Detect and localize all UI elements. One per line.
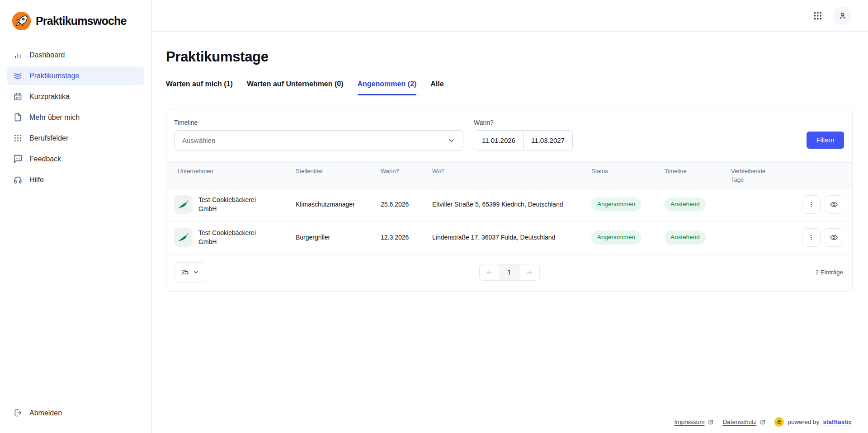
company-name: Test-Cookiebäckerei GmbH [198, 196, 258, 213]
current-page-indicator[interactable]: 1 [500, 264, 519, 280]
logout-button[interactable]: Abmelden [7, 404, 144, 422]
sidebar-item-label: Berufsfelder [29, 134, 68, 142]
date-to-input[interactable]: 11.03.2027 [524, 131, 572, 150]
user-menu-button[interactable] [833, 6, 852, 25]
column-header-status: Status [584, 163, 657, 188]
date-cell: 12.3.2026 [373, 221, 425, 254]
wann-label: Wann? [474, 119, 573, 126]
company-name: Test-Cookiebäckerei GmbH [198, 229, 258, 246]
job-title-cell: Klimaschutzmanager [288, 188, 373, 221]
impressum-link[interactable]: Impressum [675, 419, 714, 425]
logout-icon [13, 408, 23, 418]
timeline-badge: Anstehend [665, 198, 706, 212]
bar-chart-icon [13, 50, 23, 60]
next-page-button[interactable] [519, 264, 539, 280]
table-header: Unternehmen Stellentitel Wann? Wo? Statu… [166, 163, 852, 188]
company-cell: Test-Cookiebäckerei GmbH [174, 228, 281, 247]
rocket-icon [12, 12, 31, 30]
layers-icon [13, 71, 23, 80]
sidebar-item-feedback[interactable]: Feedback [7, 150, 144, 168]
row-menu-button[interactable] [802, 228, 821, 247]
sidebar-item-label: Praktikumstage [29, 72, 79, 80]
brand-name: Praktikumswoche [36, 14, 127, 28]
external-link-icon [760, 419, 766, 425]
column-header-wo: Wo? [425, 163, 584, 188]
sidebar-item-praktikumstage[interactable]: Praktikumstage [7, 66, 144, 85]
table-row: Test-Cookiebäckerei GmbH Klimaschutzmana… [166, 188, 852, 221]
apps-grid-icon [813, 11, 823, 21]
powered-by: powered by stafftastic [774, 417, 852, 427]
topbar [152, 0, 868, 32]
timeline-select[interactable]: Auswählen [174, 130, 463, 151]
arrow-left-icon [486, 268, 493, 276]
headphones-icon [13, 175, 23, 184]
timeline-select-value: Auswählen [182, 136, 215, 144]
main-area: Praktikumstage Warten auf mich (1) Warte… [152, 0, 868, 433]
column-header-unternehmen: Unternehmen [166, 163, 288, 188]
sidebar-item-hilfe[interactable]: Hilfe [7, 170, 144, 189]
chevron-down-icon [448, 136, 455, 144]
chat-bubble-icon [13, 154, 23, 164]
tab-warten-auf-mich[interactable]: Warten auf mich (1) [166, 80, 233, 95]
company-cell: Test-Cookiebäckerei GmbH [174, 195, 281, 214]
sidebar-item-mehr-ueber-mich[interactable]: Mehr über mich [7, 108, 144, 127]
sidebar-item-label: Feedback [29, 155, 61, 163]
tab-warten-auf-unternehmen[interactable]: Warten auf Unternehmen (0) [247, 80, 344, 95]
page-size-value: 25 [181, 268, 189, 276]
sidebar-item-kurzpraktika[interactable]: Kurzpraktika [7, 87, 144, 106]
column-header-timeline: Timeline [657, 163, 724, 188]
row-menu-button[interactable] [802, 195, 821, 214]
kebab-menu-icon [807, 201, 815, 208]
tab-alle[interactable]: Alle [430, 80, 443, 95]
document-icon [13, 113, 23, 122]
row-actions [792, 195, 845, 214]
sidebar-item-dashboard[interactable]: Dashboard [7, 46, 144, 64]
sidebar-item-label: Mehr über mich [29, 113, 80, 122]
tab-bar: Warten auf mich (1) Warten auf Unternehm… [166, 80, 853, 95]
column-header-wann: Wann? [373, 163, 425, 188]
brand-logo[interactable]: Praktikumswoche [0, 0, 151, 46]
company-logo-icon [174, 195, 193, 214]
datenschutz-label: Datenschutz [722, 419, 756, 425]
date-cell: 25.6.2026 [373, 188, 425, 221]
robot-icon [774, 417, 784, 427]
page-footer: Impressum Datenschutz powered by staffta… [675, 417, 852, 427]
impressum-label: Impressum [675, 419, 705, 425]
datenschutz-link[interactable]: Datenschutz [722, 419, 766, 425]
arrow-right-icon [525, 268, 533, 276]
job-title-cell: Burgergriller [288, 221, 373, 254]
sidebar-item-label: Kurzpraktika [29, 93, 70, 101]
location-cell: Lindenstraße 17, 36037 Fulda, Deutschlan… [425, 221, 584, 254]
apps-grid-button[interactable] [811, 9, 824, 22]
logout-label: Abmelden [29, 409, 62, 417]
page-size-select[interactable]: 25 [174, 262, 205, 282]
content: Praktikumstage Warten auf mich (1) Warte… [152, 49, 868, 292]
wann-filter-group: Wann? 11.01.2026 11.03.2027 [474, 119, 573, 151]
kebab-menu-icon [807, 234, 815, 241]
previous-page-button[interactable] [480, 264, 500, 280]
sidebar: Praktikumswoche Dashboard Praktikumstage… [0, 0, 152, 433]
status-badge: Angenommen [591, 231, 641, 245]
row-view-button[interactable] [825, 228, 843, 247]
location-cell: Eltviller Straße 5, 65399 Kiedrich, Deut… [425, 188, 584, 221]
table-footer: 25 1 2 Einträge [166, 254, 852, 291]
eye-icon [830, 200, 838, 209]
row-actions [792, 228, 845, 247]
timeline-label: Timeline [174, 119, 463, 126]
status-badge: Angenommen [591, 198, 641, 212]
filter-bar: Timeline Auswählen Wann? 11.01.2026 11.0… [166, 109, 852, 162]
sidebar-bottom: Abmelden [0, 404, 151, 433]
pagination: 1 [479, 264, 540, 281]
remaining-days-cell [724, 188, 785, 221]
sidebar-item-berufsfelder[interactable]: Berufsfelder [7, 129, 144, 147]
filter-button[interactable]: Filtern [807, 132, 844, 149]
company-logo-icon [174, 228, 193, 247]
praktikumstage-table: Unternehmen Stellentitel Wann? Wo? Statu… [166, 162, 852, 254]
sidebar-nav: Dashboard Praktikumstage Kurzpraktika Me… [0, 46, 151, 189]
entries-count: 2 Einträge [815, 269, 843, 276]
stafftastic-link[interactable]: stafftastic [823, 419, 852, 425]
sidebar-item-label: Dashboard [29, 51, 65, 59]
tab-angenommen[interactable]: Angenommen (2) [358, 80, 417, 95]
date-from-input[interactable]: 11.01.2026 [474, 131, 524, 150]
row-view-button[interactable] [825, 195, 843, 214]
